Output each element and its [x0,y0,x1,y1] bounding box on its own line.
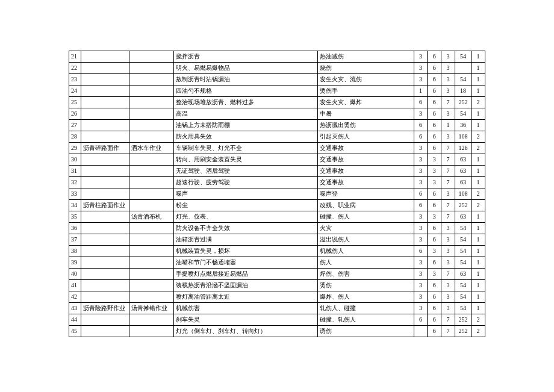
cell-category-1 [81,74,129,86]
table-row: 30转向、用刷安全装置失灵交通事故337631 [69,154,485,166]
cell-category-1 [81,131,129,143]
cell-hazard: 高温 [174,108,318,120]
cell-n1: 3 [414,154,428,166]
cell-category-1 [81,63,129,74]
cell-n1: 3 [414,303,428,314]
cell-result: 火灾 [318,223,414,234]
cell-n4: 252 [455,97,471,108]
cell-category-2 [129,131,174,143]
cell-index: 42 [69,291,81,303]
cell-category-1 [81,211,129,223]
cell-result: 发生火灾、爆炸 [318,97,414,108]
cell-result: 诱伤 [318,326,414,337]
cell-n1: 6 [414,97,428,108]
cell-category-1 [81,291,129,303]
cell-n4: 63 [455,177,471,188]
table-body: 21搅拌沥青热油减伤36354122明火、易燃易爆物品烧伤363123敖制沥青时… [69,51,485,337]
cell-n1: 6 [414,131,428,143]
cell-hazard: 防火设备不齐全失效 [174,223,318,234]
cell-result: 交通事故 [318,154,414,166]
cell-n4 [455,63,471,74]
cell-category-1 [81,326,129,337]
cell-n2: 3 [428,269,441,280]
cell-category-2 [129,326,174,337]
cell-result: 碰撞、轧伤人 [318,314,414,326]
table-row: 26高温中暑363541 [69,108,485,120]
cell-n5: 1 [472,211,485,223]
cell-index: 40 [69,269,81,280]
cell-n5: 1 [472,246,485,257]
cell-category-2 [129,234,174,246]
cell-category-1 [81,234,129,246]
cell-category-1: 沥青险路野作业 [81,303,129,314]
table-row: 42喷灯离油管距离太近爆炸、伤人363541 [69,291,485,303]
cell-n2: 6 [428,74,441,86]
cell-n4: 54 [455,257,471,269]
cell-result: 交通事故 [318,143,414,154]
cell-hazard: 油嘴和节门不畅通堵塞 [174,257,318,269]
cell-category-1 [81,188,129,200]
cell-n3: 7 [441,211,455,223]
cell-index: 44 [69,314,81,326]
cell-n2: 6 [428,108,441,120]
cell-n4: 63 [455,166,471,177]
cell-result: 机械伤人 [318,246,414,257]
cell-category-1 [81,246,129,257]
cell-n3: 3 [441,280,455,291]
cell-n5: 1 [472,234,485,246]
cell-category-2: 汤青摊错作业 [129,303,174,314]
cell-index: 37 [69,234,81,246]
cell-n1: 3 [414,234,428,246]
cell-n3: 3 [441,223,455,234]
cell-n3: 3 [441,257,455,269]
cell-n2: 6 [428,51,441,63]
cell-n2: 6 [428,188,441,200]
document-page: 21搅拌沥青热油减伤36354122明火、易燃易爆物品烧伤363123敖制沥青时… [0,0,554,392]
cell-result: 发生火灾、流伤 [318,74,414,86]
cell-result: 烫伤手 [318,86,414,97]
cell-n5: 1 [472,291,485,303]
cell-category-2 [129,74,174,86]
cell-n1: 6 [414,120,428,131]
cell-category-1 [81,97,129,108]
table-row: 45灯光（倒车灯、刹车灯、转向灯）诱伤672522 [69,326,485,337]
cell-n3: 3 [441,74,455,86]
cell-category-1 [81,154,129,166]
cell-hazard: 敖制沥青时沾锅漏油 [174,74,318,86]
cell-category-2 [129,120,174,131]
table-row: 38机械装置失灵，损坏机械伤人633541 [69,246,485,257]
cell-n2: 6 [428,303,441,314]
cell-n5: 2 [472,143,485,154]
cell-n5: 1 [472,303,485,314]
cell-category-1 [81,257,129,269]
cell-index: 24 [69,86,81,97]
cell-n1: 3 [414,51,428,63]
cell-n4: 63 [455,269,471,280]
cell-index: 27 [69,120,81,131]
cell-index: 43 [69,303,81,314]
cell-n2: 6 [428,257,441,269]
cell-hazard: 喷灯离油管距离太近 [174,291,318,303]
cell-category-2: 洒水车作业 [129,143,174,154]
cell-n2: 6 [428,200,441,211]
cell-category-1 [81,108,129,120]
cell-category-2: 汤青洒布机 [129,211,174,223]
cell-result: 热油减伤 [318,51,414,63]
cell-index: 26 [69,108,81,120]
cell-index: 36 [69,223,81,234]
cell-index: 33 [69,188,81,200]
cell-n4: 54 [455,51,471,63]
cell-n4: 54 [455,234,471,246]
cell-n5: 1 [472,51,485,63]
cell-index: 34 [69,200,81,211]
cell-index: 30 [69,154,81,166]
cell-category-2 [129,291,174,303]
cell-category-2 [129,97,174,108]
cell-category-1 [81,269,129,280]
cell-hazard: 装载热沥青沿涵不坚固漏油 [174,280,318,291]
cell-n2: 6 [428,143,441,154]
cell-n1: 3 [414,257,428,269]
cell-n5: 1 [472,257,485,269]
cell-n5: 1 [472,108,485,120]
cell-n3: 7 [441,154,455,166]
